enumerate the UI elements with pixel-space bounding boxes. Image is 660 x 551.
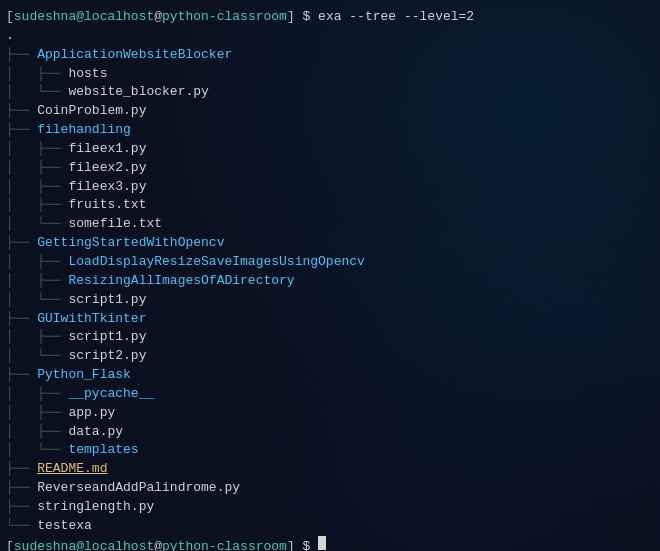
branch-icon: ├── (6, 460, 37, 479)
tree-root: . (6, 27, 654, 46)
list-item: │ └── somefile.txt (6, 215, 654, 234)
dir-applicationwebsiteblocker: ApplicationWebsiteBlocker (37, 46, 232, 65)
list-item: │ └── website_blocker.py (6, 83, 654, 102)
bottom-prompt-at: @ (154, 538, 162, 551)
branch-icon: │ ├── (6, 253, 68, 272)
prompt-at: @ (154, 8, 162, 27)
dir-gettingstartedwithopencv: GettingStartedWithOpencv (37, 234, 224, 253)
branch-icon: ├── (6, 310, 37, 329)
branch-icon: ├── (6, 366, 37, 385)
root-dot: . (6, 27, 14, 46)
list-item: │ ├── __pycache__ (6, 385, 654, 404)
file-somefile: somefile.txt (68, 215, 162, 234)
list-item: │ └── templates (6, 441, 654, 460)
branch-icon: │ ├── (6, 272, 68, 291)
branch-icon: ├── (6, 234, 37, 253)
branch-icon: │ ├── (6, 328, 68, 347)
bottom-prompt-dollar: $ (295, 538, 318, 551)
branch-icon: │ ├── (6, 140, 68, 159)
terminal-content: [sudeshna@localhost@python-classroom] $ … (6, 8, 654, 551)
list-item: │ └── script2.py (6, 347, 654, 366)
file-fileex1: fileex1.py (68, 140, 146, 159)
list-item: │ ├── script1.py (6, 328, 654, 347)
list-item: │ ├── hosts (6, 65, 654, 84)
branch-icon: │ ├── (6, 423, 68, 442)
terminal-cursor (318, 536, 326, 550)
branch-icon: │ ├── (6, 196, 68, 215)
list-item: ├── ApplicationWebsiteBlocker (6, 46, 654, 65)
branch-icon: │ └── (6, 83, 68, 102)
command-line: [sudeshna@localhost@python-classroom] $ … (6, 8, 654, 27)
file-fruits: fruits.txt (68, 196, 146, 215)
branch-icon: │ └── (6, 291, 68, 310)
file-script2-tkinter: script2.py (68, 347, 146, 366)
file-hosts: hosts (68, 65, 107, 84)
list-item: ├── Python_Flask (6, 366, 654, 385)
file-website-blocker: website_blocker.py (68, 83, 208, 102)
prompt-open-bracket: [ (6, 8, 14, 27)
prompt-dir-header: python-classroom (162, 8, 287, 27)
list-item: │ ├── ResizingAllImagesOfADirectory (6, 272, 654, 291)
branch-icon: │ ├── (6, 65, 68, 84)
bottom-prompt-open-bracket: [ (6, 538, 14, 551)
list-item: │ ├── app.py (6, 404, 654, 423)
list-item: ├── GUIwithTkinter (6, 310, 654, 329)
list-item: │ └── script1.py (6, 291, 654, 310)
branch-icon: │ └── (6, 347, 68, 366)
file-script1-opencv: script1.py (68, 291, 146, 310)
branch-icon: │ ├── (6, 385, 68, 404)
dir-templates: templates (68, 441, 138, 460)
branch-icon: │ ├── (6, 159, 68, 178)
list-item: │ ├── LoadDisplayResizeSaveImagesUsingOp… (6, 253, 654, 272)
dir-resizingall: ResizingAllImagesOfADirectory (68, 272, 294, 291)
command-dollar: $ (295, 8, 318, 27)
list-item: │ ├── fileex1.py (6, 140, 654, 159)
file-data: data.py (68, 423, 123, 442)
dir-guiwithtkinter: GUIwithTkinter (37, 310, 146, 329)
file-fileex2: fileex2.py (68, 159, 146, 178)
branch-icon: └── (6, 517, 37, 536)
file-coinproblem: CoinProblem.py (37, 102, 146, 121)
list-item: ├── filehandling (6, 121, 654, 140)
file-readme: README.md (37, 460, 107, 479)
bottom-prompt-line[interactable]: [sudeshna@localhost@python-classroom] $ (6, 536, 654, 551)
file-app: app.py (68, 404, 115, 423)
list-item: ├── ReverseandAddPalindrome.py (6, 479, 654, 498)
dir-python-flask: Python_Flask (37, 366, 131, 385)
bottom-prompt-close-bracket: ] (287, 538, 295, 551)
branch-icon: ├── (6, 102, 37, 121)
bottom-prompt-user: sudeshna@localhost (14, 538, 154, 551)
list-item: ├── README.md (6, 460, 654, 479)
command-text: exa --tree --level=2 (318, 8, 474, 27)
terminal-window: [sudeshna@localhost@python-classroom] $ … (0, 0, 660, 551)
branch-icon: │ └── (6, 215, 68, 234)
list-item: │ ├── fruits.txt (6, 196, 654, 215)
branch-icon: ├── (6, 46, 37, 65)
branch-icon: │ ├── (6, 404, 68, 423)
dir-pycache: __pycache__ (68, 385, 154, 404)
bottom-prompt-dir: python-classroom (162, 538, 287, 551)
list-item: ├── CoinProblem.py (6, 102, 654, 121)
list-item: ├── GettingStartedWithOpencv (6, 234, 654, 253)
branch-icon: │ ├── (6, 178, 68, 197)
list-item: │ ├── fileex2.py (6, 159, 654, 178)
list-item: │ ├── fileex3.py (6, 178, 654, 197)
list-item: │ ├── data.py (6, 423, 654, 442)
file-fileex3: fileex3.py (68, 178, 146, 197)
prompt-close-bracket: ] (287, 8, 295, 27)
file-reverseandadd: ReverseandAddPalindrome.py (37, 479, 240, 498)
list-item: └── testexa (6, 517, 654, 536)
branch-icon: ├── (6, 498, 37, 517)
branch-icon: ├── (6, 121, 37, 140)
branch-icon: ├── (6, 479, 37, 498)
file-testexa: testexa (37, 517, 92, 536)
list-item: ├── stringlength.py (6, 498, 654, 517)
prompt-user: sudeshna@localhost (14, 8, 154, 27)
file-script1-tkinter: script1.py (68, 328, 146, 347)
branch-icon: │ └── (6, 441, 68, 460)
dir-filehandling: filehandling (37, 121, 131, 140)
dir-loaddisplay: LoadDisplayResizeSaveImagesUsingOpencv (68, 253, 364, 272)
file-stringlength: stringlength.py (37, 498, 154, 517)
